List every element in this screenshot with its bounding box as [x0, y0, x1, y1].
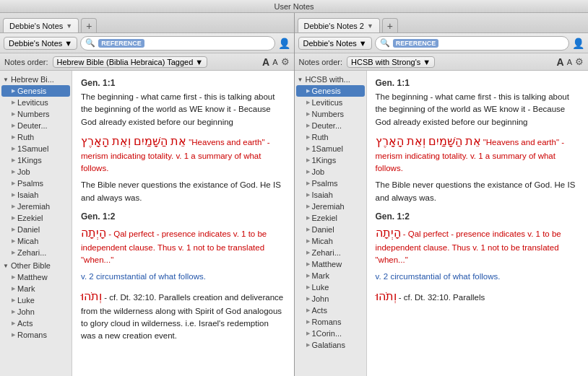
order-bar-left: Notes order: Hebrew Bible (Biblia Hebrai… [0, 53, 294, 71]
sidebar-item-ezekiel-left[interactable]: ▶ Ezekiel [0, 212, 72, 224]
sidebar-item-job-left[interactable]: ▶ Job [0, 166, 72, 178]
item-tri-ruth-right: ▶ [306, 134, 310, 140]
sidebar-item-psalms-left[interactable]: ▶ Psalms [0, 178, 72, 189]
item-triangle-isaiah-left: ▶ [12, 192, 15, 198]
sidebar-item-mark-left[interactable]: ▶ Mark [0, 283, 72, 294]
font-small-right[interactable]: A [567, 58, 572, 66]
note-text-3b-left: - cf. Dt. 32:10. Parallels creation and … [81, 293, 283, 341]
item-tri-acts-right: ▶ [306, 307, 310, 313]
sidebar-item-ruth-right[interactable]: ▶ Ruth [295, 131, 366, 143]
item-tri-luke-right: ▶ [306, 284, 310, 290]
notes-dropdown-left[interactable]: Debbie's Notes ▼ [4, 37, 77, 50]
tab-add-button-right[interactable]: + [382, 18, 398, 32]
item-tri-dan-right: ▶ [306, 227, 310, 232]
gear-icon-right[interactable]: ⚙ [575, 56, 584, 67]
sidebar-item-1kings-left[interactable]: ▶ 1Kings [0, 154, 72, 166]
sidebar-item-acts-left[interactable]: ▶ Acts [0, 318, 72, 329]
sidebar-item-deut-left[interactable]: ▶ Deuter... [0, 120, 72, 131]
sidebar-item-leviticus-left[interactable]: ▶ Leviticus [0, 97, 72, 108]
sidebar-item-label-dan-left: Daniel [17, 225, 40, 234]
triangle-hcsb: ▼ [298, 76, 303, 83]
sync-icon-left[interactable]: 👤 [278, 38, 290, 49]
sidebar-item-lev-right[interactable]: ▶ Leviticus [295, 97, 366, 108]
order-dropdown-right[interactable]: HCSB with Strong's ▼ [347, 56, 435, 68]
tab-debbies-notes-2[interactable]: Debbie's Notes 2 ▼ [298, 18, 380, 32]
font-small-left[interactable]: A [272, 58, 277, 66]
font-large-right[interactable]: A [557, 56, 564, 68]
sidebar-item-galatians-right[interactable]: ▶ Galatians [295, 339, 366, 351]
sidebar-item-luke-left[interactable]: ▶ Luke [0, 294, 72, 306]
sidebar-group-hebrew: ▼ Hebrew Bi... ▶ Genesis ▶ Leviticus ▶ N… [0, 74, 72, 258]
sidebar-item-romans-right[interactable]: ▶ Romans [295, 316, 366, 328]
item-triangle-psalms-left: ▶ [12, 180, 15, 186]
order-dropdown-arrow-left: ▼ [195, 58, 203, 66]
sidebar-item-psalms-right[interactable]: ▶ Psalms [295, 178, 366, 189]
sidebar-item-label-acts-left: Acts [17, 319, 33, 328]
sidebar-item-romans-left[interactable]: ▶ Romans [0, 329, 72, 341]
sidebar-group-header-hcsb[interactable]: ▼ HCSB with... [295, 74, 366, 85]
sidebar-item-zehari-left[interactable]: ▶ Zehari... [0, 247, 72, 258]
sidebar-item-daniel-left[interactable]: ▶ Daniel [0, 224, 72, 235]
font-large-left[interactable]: A [262, 56, 269, 68]
note-text-1-right: The beginning - what came first - this i… [376, 91, 580, 128]
order-label-right: Notes order: [299, 58, 343, 66]
sidebar-item-john-left[interactable]: ▶ John [0, 306, 72, 318]
sidebar-item-1kings-right[interactable]: ▶ 1Kings [295, 154, 366, 166]
tab-debbies-notes[interactable]: Debbie's Notes ▼ [3, 18, 79, 32]
note-hebrew-1-right: אֵת הַשָּׁמַיִם וְאֵת הָאָרֶץ [376, 135, 481, 147]
sidebar-item-luke-right[interactable]: ▶ Luke [295, 281, 366, 293]
search-bar-left[interactable]: 🔍 REFERENCE [80, 36, 274, 51]
sidebar-item-matthew-left[interactable]: ▶ Matthew [0, 271, 72, 283]
sidebar-item-numbers-left[interactable]: ▶ Numbers [0, 108, 72, 120]
sidebar-group-header-hebrew[interactable]: ▼ Hebrew Bi... [0, 74, 72, 85]
order-dropdown-left[interactable]: Hebrew Bible (Biblia Hebraica) Tagged ▼ [53, 56, 208, 68]
gear-icon-left[interactable]: ⚙ [281, 56, 290, 67]
notes-dropdown-right[interactable]: Debbie's Notes ▼ [298, 37, 372, 50]
sidebar-item-job-right[interactable]: ▶ Job [295, 166, 366, 178]
search-tag-right: REFERENCE [393, 39, 439, 48]
sidebar-label-job-right: Job [312, 167, 325, 176]
sidebar-item-dan-right[interactable]: ▶ Daniel [295, 224, 366, 235]
item-triangle-job-left: ▶ [12, 169, 15, 175]
sidebar-item-label-mark-left: Mark [17, 284, 35, 293]
content-area-left: ▼ Hebrew Bi... ▶ Genesis ▶ Leviticus ▶ N… [0, 71, 294, 376]
sidebar-item-label-isaiah-left: Isaiah [17, 191, 38, 199]
sidebar-item-john-right[interactable]: ▶ John [295, 293, 366, 305]
note-text-hebrew-1-right: אֵת הַשָּׁמַיִם וְאֵת הָאָרֶץ "Heavens a… [376, 133, 580, 175]
note-text-2-left: הָיְתָה - Qal perfect - presence indicat… [81, 224, 285, 267]
sidebar-item-jeremiah-left[interactable]: ▶ Jeremiah [0, 201, 72, 212]
sidebar-item-matt-right[interactable]: ▶ Matthew [295, 258, 366, 270]
note-ref-2-right: Gen. 1:2 [376, 211, 580, 222]
sidebar-item-micah-left[interactable]: ▶ Micah [0, 235, 72, 247]
item-triangle-micah-left: ▶ [12, 238, 15, 244]
sidebar-item-deut-right[interactable]: ▶ Deuter... [295, 120, 366, 131]
sidebar-item-mark-right[interactable]: ▶ Mark [295, 270, 366, 281]
sidebar-group-header-other-left[interactable]: ▼ Other Bible [0, 260, 72, 271]
sync-icon-right[interactable]: 👤 [572, 38, 584, 49]
sidebar-item-1sam-right[interactable]: ▶ 1Samuel [295, 143, 366, 154]
sidebar-item-jer-right[interactable]: ▶ Jeremiah [295, 201, 366, 212]
item-tri-jer-right: ▶ [306, 204, 310, 209]
sidebar-item-zehari-right[interactable]: ▶ Zehari... [295, 247, 366, 258]
sidebar-item-1corin-right[interactable]: ▶ 1Corin... [295, 328, 366, 339]
sidebar-item-genesis-left[interactable]: ▶ Genesis [1, 85, 70, 97]
sidebar-item-num-right[interactable]: ▶ Numbers [295, 108, 366, 120]
triangle-other-left: ▼ [3, 263, 9, 269]
sidebar-item-ruth-left[interactable]: ▶ Ruth [0, 131, 72, 143]
item-triangle-1kings-left: ▶ [12, 157, 15, 163]
sidebar-label-galatians-right: Galatians [312, 341, 345, 349]
sidebar-label-deut-right: Deuter... [312, 121, 342, 130]
search-bar-right[interactable]: 🔍 REFERENCE [375, 36, 569, 51]
sidebar-item-genesis-right[interactable]: ▶ Genesis [296, 85, 365, 97]
sidebar-item-acts-right[interactable]: ▶ Acts [295, 305, 366, 316]
sidebar-item-1samuel-left[interactable]: ▶ 1Samuel [0, 143, 72, 154]
tab-arrow-right: ▼ [367, 22, 373, 30]
sidebar-label-micah-right: Micah [312, 237, 333, 245]
sidebar-item-ezek-right[interactable]: ▶ Ezekiel [295, 212, 366, 224]
item-triangle-romans-left: ▶ [12, 332, 15, 338]
sidebar-item-isaiah-right[interactable]: ▶ Isaiah [295, 189, 366, 201]
sidebar-item-isaiah-left[interactable]: ▶ Isaiah [0, 189, 72, 201]
sidebar-item-micah-right[interactable]: ▶ Micah [295, 235, 366, 247]
tab-add-button[interactable]: + [81, 18, 97, 32]
sidebar-item-label-genesis-left: Genesis [17, 87, 46, 95]
